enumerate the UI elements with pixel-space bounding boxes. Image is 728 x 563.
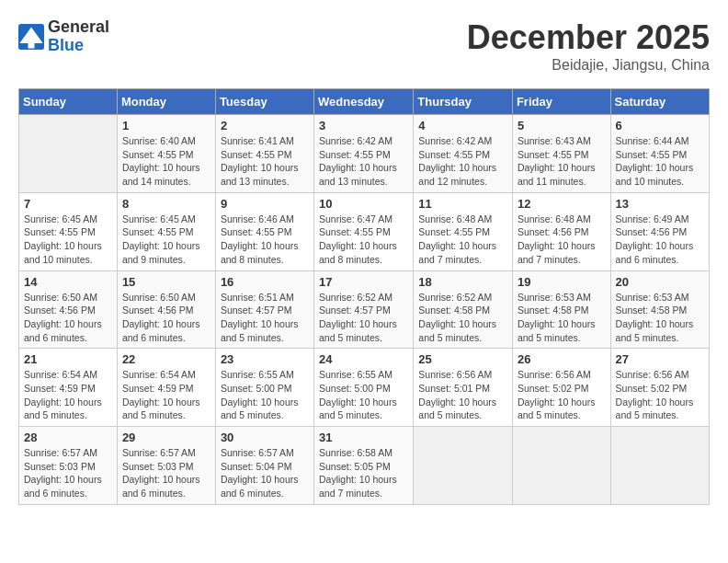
calendar-day-cell: 1Sunrise: 6:40 AM Sunset: 4:55 PM Daylig… xyxy=(117,115,215,193)
calendar-header: SundayMondayTuesdayWednesdayThursdayFrid… xyxy=(19,89,710,115)
calendar-day-cell: 28Sunrise: 6:57 AM Sunset: 5:03 PM Dayli… xyxy=(19,427,118,505)
day-number: 20 xyxy=(616,275,704,289)
day-number: 25 xyxy=(418,352,507,366)
calendar-day-cell: 4Sunrise: 6:42 AM Sunset: 4:55 PM Daylig… xyxy=(414,115,513,193)
day-of-week-header: Saturday xyxy=(610,89,709,115)
logo-general: General xyxy=(48,18,109,37)
logo-icon xyxy=(18,24,44,50)
calendar-day-cell: 7Sunrise: 6:45 AM Sunset: 4:55 PM Daylig… xyxy=(19,192,118,270)
day-detail: Sunrise: 6:45 AM Sunset: 4:55 PM Dayligh… xyxy=(122,213,210,267)
day-detail: Sunrise: 6:57 AM Sunset: 5:04 PM Dayligh… xyxy=(221,446,309,500)
day-number: 8 xyxy=(122,197,210,211)
calendar-day-cell: 15Sunrise: 6:50 AM Sunset: 4:56 PM Dayli… xyxy=(117,270,215,349)
day-detail: Sunrise: 6:57 AM Sunset: 5:03 PM Dayligh… xyxy=(122,446,210,500)
title-area: December 2025 Beidajie, Jiangsu, China xyxy=(467,18,710,74)
day-of-week-header: Monday xyxy=(117,89,215,115)
day-detail: Sunrise: 6:46 AM Sunset: 4:55 PM Dayligh… xyxy=(221,213,309,267)
calendar-day-cell: 6Sunrise: 6:44 AM Sunset: 4:55 PM Daylig… xyxy=(610,115,709,193)
calendar-day-cell: 3Sunrise: 6:42 AM Sunset: 4:55 PM Daylig… xyxy=(314,115,414,193)
day-number: 31 xyxy=(319,431,408,444)
day-detail: Sunrise: 6:42 AM Sunset: 4:55 PM Dayligh… xyxy=(418,134,507,189)
calendar-day-cell: 8Sunrise: 6:45 AM Sunset: 4:55 PM Daylig… xyxy=(117,192,215,270)
day-number: 13 xyxy=(616,197,704,211)
day-number: 11 xyxy=(418,197,507,211)
calendar-day-cell xyxy=(414,427,513,505)
calendar-day-cell: 17Sunrise: 6:52 AM Sunset: 4:57 PM Dayli… xyxy=(314,270,414,349)
day-number: 9 xyxy=(221,197,309,211)
calendar-week-row: 14Sunrise: 6:50 AM Sunset: 4:56 PM Dayli… xyxy=(19,270,710,349)
calendar-day-cell: 21Sunrise: 6:54 AM Sunset: 4:59 PM Dayli… xyxy=(19,349,118,427)
page-header: General Blue December 2025 Beidajie, Jia… xyxy=(18,18,710,74)
calendar-day-cell: 18Sunrise: 6:52 AM Sunset: 4:58 PM Dayli… xyxy=(414,270,513,349)
day-detail: Sunrise: 6:53 AM Sunset: 4:58 PM Dayligh… xyxy=(616,291,704,345)
day-number: 1 xyxy=(122,119,210,132)
day-detail: Sunrise: 6:45 AM Sunset: 4:55 PM Dayligh… xyxy=(24,213,112,267)
day-number: 14 xyxy=(24,275,112,289)
logo: General Blue xyxy=(18,18,109,55)
calendar-day-cell: 29Sunrise: 6:57 AM Sunset: 5:03 PM Dayli… xyxy=(117,427,215,505)
day-detail: Sunrise: 6:47 AM Sunset: 4:55 PM Dayligh… xyxy=(319,213,408,267)
day-detail: Sunrise: 6:40 AM Sunset: 4:55 PM Dayligh… xyxy=(122,134,210,189)
calendar-day-cell: 10Sunrise: 6:47 AM Sunset: 4:55 PM Dayli… xyxy=(314,192,414,270)
day-of-week-header: Tuesday xyxy=(215,89,313,115)
calendar-day-cell: 25Sunrise: 6:56 AM Sunset: 5:01 PM Dayli… xyxy=(414,349,513,427)
day-detail: Sunrise: 6:41 AM Sunset: 4:55 PM Dayligh… xyxy=(221,134,309,189)
day-detail: Sunrise: 6:57 AM Sunset: 5:03 PM Dayligh… xyxy=(24,446,112,500)
day-number: 21 xyxy=(24,352,112,366)
day-detail: Sunrise: 6:50 AM Sunset: 4:56 PM Dayligh… xyxy=(24,291,112,345)
day-detail: Sunrise: 6:50 AM Sunset: 4:56 PM Dayligh… xyxy=(122,291,210,345)
logo-blue: Blue xyxy=(48,37,109,55)
day-number: 23 xyxy=(221,352,309,366)
day-number: 2 xyxy=(221,119,309,132)
month-title: December 2025 xyxy=(467,18,710,57)
day-detail: Sunrise: 6:43 AM Sunset: 4:55 PM Dayligh… xyxy=(518,134,606,189)
calendar-day-cell: 5Sunrise: 6:43 AM Sunset: 4:55 PM Daylig… xyxy=(512,115,610,193)
calendar-week-row: 28Sunrise: 6:57 AM Sunset: 5:03 PM Dayli… xyxy=(19,427,710,505)
calendar-day-cell: 30Sunrise: 6:57 AM Sunset: 5:04 PM Dayli… xyxy=(215,427,313,505)
calendar-day-cell: 23Sunrise: 6:55 AM Sunset: 5:00 PM Dayli… xyxy=(215,349,313,427)
days-of-week-row: SundayMondayTuesdayWednesdayThursdayFrid… xyxy=(19,89,710,115)
day-detail: Sunrise: 6:55 AM Sunset: 5:00 PM Dayligh… xyxy=(319,368,408,422)
calendar-week-row: 7Sunrise: 6:45 AM Sunset: 4:55 PM Daylig… xyxy=(19,192,710,270)
day-number: 30 xyxy=(221,431,309,444)
day-number: 4 xyxy=(418,119,507,132)
calendar-day-cell: 26Sunrise: 6:56 AM Sunset: 5:02 PM Dayli… xyxy=(512,349,610,427)
day-detail: Sunrise: 6:49 AM Sunset: 4:56 PM Dayligh… xyxy=(616,213,704,267)
logo-text: General Blue xyxy=(48,18,109,55)
calendar-day-cell: 19Sunrise: 6:53 AM Sunset: 4:58 PM Dayli… xyxy=(512,270,610,349)
day-number: 18 xyxy=(418,275,507,289)
calendar-week-row: 21Sunrise: 6:54 AM Sunset: 4:59 PM Dayli… xyxy=(19,349,710,427)
day-detail: Sunrise: 6:52 AM Sunset: 4:58 PM Dayligh… xyxy=(418,291,507,345)
calendar-day-cell: 22Sunrise: 6:54 AM Sunset: 4:59 PM Dayli… xyxy=(117,349,215,427)
day-detail: Sunrise: 6:52 AM Sunset: 4:57 PM Dayligh… xyxy=(319,291,408,345)
location: Beidajie, Jiangsu, China xyxy=(467,57,710,74)
day-detail: Sunrise: 6:56 AM Sunset: 5:02 PM Dayligh… xyxy=(616,368,704,422)
day-of-week-header: Friday xyxy=(512,89,610,115)
day-detail: Sunrise: 6:56 AM Sunset: 5:02 PM Dayligh… xyxy=(518,368,606,422)
day-detail: Sunrise: 6:54 AM Sunset: 4:59 PM Dayligh… xyxy=(122,368,210,422)
calendar-day-cell: 20Sunrise: 6:53 AM Sunset: 4:58 PM Dayli… xyxy=(610,270,709,349)
calendar-day-cell: 16Sunrise: 6:51 AM Sunset: 4:57 PM Dayli… xyxy=(215,270,313,349)
calendar-day-cell: 24Sunrise: 6:55 AM Sunset: 5:00 PM Dayli… xyxy=(314,349,414,427)
day-detail: Sunrise: 6:44 AM Sunset: 4:55 PM Dayligh… xyxy=(616,134,704,189)
day-number: 28 xyxy=(24,431,112,444)
calendar-day-cell xyxy=(610,427,709,505)
calendar-week-row: 1Sunrise: 6:40 AM Sunset: 4:55 PM Daylig… xyxy=(19,115,710,193)
calendar-table: SundayMondayTuesdayWednesdayThursdayFrid… xyxy=(18,88,710,505)
day-detail: Sunrise: 6:58 AM Sunset: 5:05 PM Dayligh… xyxy=(319,446,408,500)
calendar-day-cell: 31Sunrise: 6:58 AM Sunset: 5:05 PM Dayli… xyxy=(314,427,414,505)
day-of-week-header: Wednesday xyxy=(314,89,414,115)
day-detail: Sunrise: 6:54 AM Sunset: 4:59 PM Dayligh… xyxy=(24,368,112,422)
calendar-day-cell: 14Sunrise: 6:50 AM Sunset: 4:56 PM Dayli… xyxy=(19,270,118,349)
day-number: 15 xyxy=(122,275,210,289)
day-detail: Sunrise: 6:53 AM Sunset: 4:58 PM Dayligh… xyxy=(518,291,606,345)
calendar-day-cell: 27Sunrise: 6:56 AM Sunset: 5:02 PM Dayli… xyxy=(610,349,709,427)
day-number: 26 xyxy=(518,352,606,366)
svg-rect-2 xyxy=(28,43,35,49)
day-number: 19 xyxy=(518,275,606,289)
day-number: 29 xyxy=(122,431,210,444)
day-number: 10 xyxy=(319,197,408,211)
calendar-day-cell: 12Sunrise: 6:48 AM Sunset: 4:56 PM Dayli… xyxy=(512,192,610,270)
day-number: 17 xyxy=(319,275,408,289)
day-detail: Sunrise: 6:42 AM Sunset: 4:55 PM Dayligh… xyxy=(319,134,408,189)
